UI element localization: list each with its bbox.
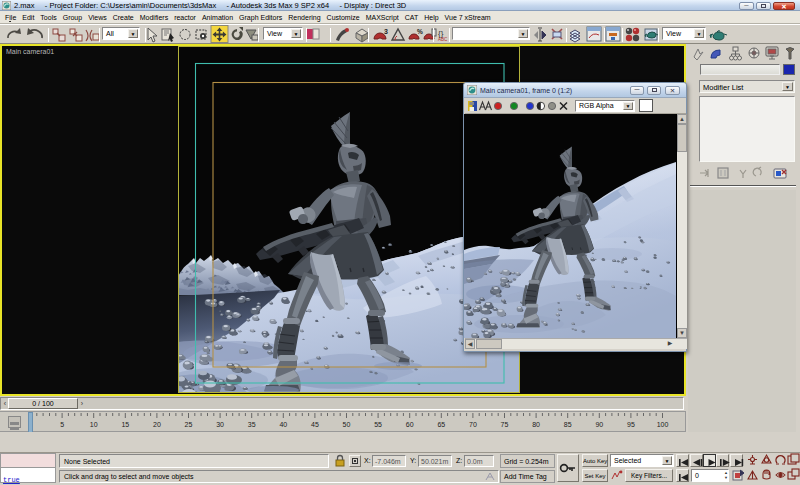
svg-text:70: 70 bbox=[469, 421, 477, 428]
svg-text:20: 20 bbox=[153, 421, 161, 428]
svg-text:40: 40 bbox=[279, 421, 287, 428]
svg-text:85: 85 bbox=[564, 421, 572, 428]
svg-text:15: 15 bbox=[121, 421, 129, 428]
svg-text:3: 3 bbox=[384, 28, 388, 35]
svg-text:45: 45 bbox=[311, 421, 319, 428]
svg-text:25: 25 bbox=[185, 421, 193, 428]
svg-text:75: 75 bbox=[501, 421, 509, 428]
svg-text:80: 80 bbox=[532, 421, 540, 428]
svg-text:35: 35 bbox=[248, 421, 256, 428]
svg-text:5: 5 bbox=[60, 421, 64, 428]
svg-text:95: 95 bbox=[627, 421, 635, 428]
svg-text:50: 50 bbox=[343, 421, 351, 428]
svg-text:30: 30 bbox=[216, 421, 224, 428]
svg-text:ABC: ABC bbox=[438, 37, 448, 42]
svg-text:60: 60 bbox=[406, 421, 414, 428]
svg-text:90: 90 bbox=[595, 421, 603, 428]
svg-text:65: 65 bbox=[437, 421, 445, 428]
svg-text:%: % bbox=[417, 28, 423, 35]
svg-text:100: 100 bbox=[657, 421, 669, 428]
svg-text:55: 55 bbox=[374, 421, 382, 428]
svg-text:10: 10 bbox=[90, 421, 98, 428]
